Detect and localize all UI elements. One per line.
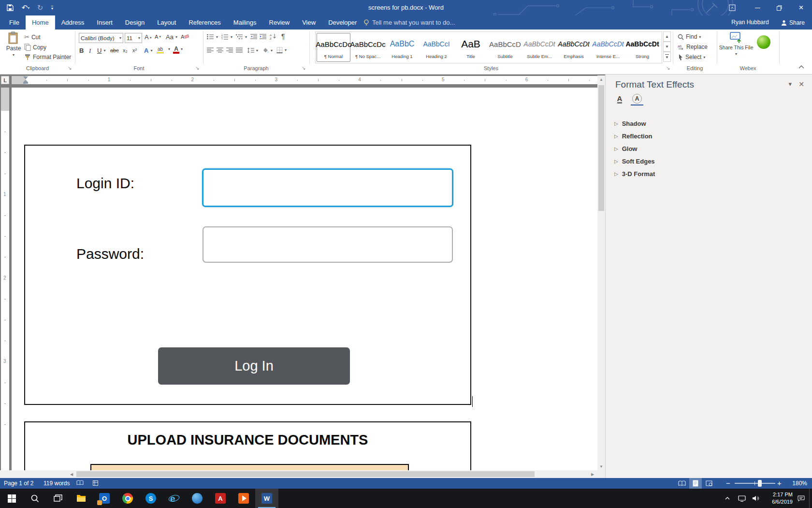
style-no-spac[interactable]: AaBbCcDc¶ No Spac... <box>351 33 385 62</box>
font-size-select[interactable]: 11▾ <box>125 33 142 43</box>
log-in-button[interactable]: Log In <box>158 347 350 385</box>
login-id-input[interactable] <box>202 168 453 207</box>
style-heading-2[interactable]: AaBbCcIHeading 2 <box>420 33 453 62</box>
tab-address[interactable]: Address <box>55 15 91 30</box>
clear-formatting-button[interactable]: A <box>181 33 189 40</box>
file-explorer-button[interactable] <box>70 489 93 508</box>
styles-dialog-launcher[interactable]: ↘ <box>666 65 670 71</box>
gallery-more-button[interactable]: ▼ <box>663 52 671 62</box>
upload-dropzone[interactable] <box>90 464 409 470</box>
tab-design[interactable]: Design <box>119 15 151 30</box>
align-left-button[interactable] <box>207 47 214 53</box>
vertical-scrollbar[interactable]: ▲ ▼ <box>597 75 605 470</box>
scroll-down-icon[interactable]: ▼ <box>597 463 605 470</box>
replace-button[interactable]: ab Replace <box>678 44 708 50</box>
font-color-button[interactable]: A <box>173 46 179 54</box>
taskbar-clock[interactable]: 2:17 PM 6/6/2019 <box>763 489 793 508</box>
tab-references[interactable]: References <box>182 15 227 30</box>
effect-section-glow[interactable]: ▷Glow <box>614 142 802 155</box>
webex-button[interactable] <box>757 35 770 49</box>
justify-button[interactable] <box>236 47 243 53</box>
format-painter-button[interactable]: Format Painter <box>24 54 71 60</box>
paste-button[interactable]: Paste ▾ <box>5 31 22 57</box>
share-button[interactable]: Share <box>776 15 810 30</box>
zoom-slider-track[interactable] <box>735 483 775 484</box>
text-effects-button[interactable]: A▾ <box>144 47 152 54</box>
horizontal-scrollbar[interactable]: ◀ ▶ <box>0 470 605 478</box>
proofing-status-button[interactable] <box>76 480 84 486</box>
font-dialog-launcher[interactable]: ↘ <box>195 65 199 71</box>
superscript-button[interactable]: x² <box>132 47 137 53</box>
page-count-status[interactable]: Page 1 of 2 <box>4 478 33 489</box>
action-center-button[interactable] <box>794 489 808 508</box>
acrobat-button[interactable]: A <box>209 489 232 508</box>
close-button[interactable]: × <box>790 0 812 15</box>
scroll-left-icon[interactable]: ◀ <box>68 470 75 478</box>
tell-me-box[interactable]: Tell me what you want to do... <box>363 15 455 30</box>
strikethrough-button[interactable]: abc <box>110 47 119 53</box>
increase-indent-button[interactable] <box>260 34 266 40</box>
font-family-select[interactable]: Calibri (Body)▾ <box>79 33 123 43</box>
ribbon-display-options-button[interactable] <box>721 0 743 15</box>
change-case-button[interactable]: Aa▾ <box>166 33 177 41</box>
collapse-ribbon-button[interactable] <box>798 65 804 69</box>
read-mode-button[interactable] <box>676 478 688 489</box>
left-indent-marker[interactable] <box>23 82 28 84</box>
shading-button[interactable]: ▾ <box>262 47 273 53</box>
tab-insert[interactable]: Insert <box>90 15 119 30</box>
style-subtle-em[interactable]: AaBbCcDtSubtle Em... <box>522 33 556 62</box>
taskbar-search-button[interactable] <box>23 489 46 508</box>
find-button[interactable]: Find▾ <box>678 33 701 40</box>
share-this-file-button[interactable]: Share This File ▾ <box>720 32 752 56</box>
tab-developer[interactable]: Developer <box>322 15 363 30</box>
shrink-font-button[interactable]: A▼ <box>155 34 161 40</box>
style-intense-e[interactable]: AaBbCcDtIntense E... <box>591 33 625 62</box>
macro-record-button[interactable] <box>93 480 98 486</box>
skype-button[interactable]: S <box>139 489 162 508</box>
show-desktop-button[interactable] <box>809 489 810 508</box>
text-effects-tab[interactable]: A <box>631 93 643 105</box>
effect-section-soft-edges[interactable]: ▷Soft Edges <box>614 155 802 167</box>
account-user-name[interactable]: Ryan Hubbard <box>724 15 776 30</box>
horizontal-scrollbar-thumb[interactable] <box>76 471 535 477</box>
tab-stop-selector[interactable]: L <box>1 76 9 84</box>
align-right-button[interactable] <box>226 47 233 53</box>
zoom-slider-thumb[interactable] <box>758 480 762 487</box>
tab-review[interactable]: Review <box>263 15 296 30</box>
style-heading-1[interactable]: AaBbCHeading 1 <box>385 33 419 62</box>
globe-app-button[interactable] <box>186 489 209 508</box>
web-layout-button[interactable] <box>703 478 715 489</box>
sort-button[interactable]: AZ <box>270 33 276 40</box>
effect-section-reflection[interactable]: ▷Reflection <box>614 130 802 142</box>
bullets-button[interactable]: ▾ <box>207 34 218 40</box>
style-emphasis[interactable]: AaBbCcDtEmphasis <box>557 33 591 62</box>
word-count-status[interactable]: 119 words <box>44 478 70 489</box>
first-line-indent-marker[interactable] <box>23 76 28 79</box>
highlight-button[interactable]: ab <box>157 47 164 54</box>
paragraph-dialog-launcher[interactable]: ↘ <box>302 65 305 71</box>
bold-button[interactable]: B <box>79 47 84 54</box>
style-title[interactable]: AaBTitle <box>454 33 488 62</box>
copy-button[interactable]: Copy <box>24 44 46 51</box>
zoom-out-button[interactable]: − <box>726 478 730 489</box>
outlook-button[interactable]: O <box>93 489 116 508</box>
decrease-indent-button[interactable] <box>250 34 257 40</box>
zoom-in-button[interactable]: + <box>777 478 782 489</box>
pane-close-button[interactable]: ✕ <box>798 80 804 88</box>
align-center-button[interactable] <box>217 47 223 53</box>
document-page[interactable]: Login ID: Password: Log In UPLOAD INSURA… <box>12 88 597 470</box>
network-tray-button[interactable] <box>736 489 748 508</box>
restore-button[interactable] <box>768 0 790 15</box>
italic-button[interactable]: I <box>89 47 91 55</box>
password-input[interactable] <box>203 226 453 263</box>
underline-button[interactable]: U▾ <box>97 47 105 54</box>
borders-button[interactable]: ▾ <box>276 47 287 53</box>
gallery-scroll-up-button[interactable]: ▲ <box>663 31 671 42</box>
tab-view[interactable]: View <box>296 15 322 30</box>
vertical-scrollbar-thumb[interactable] <box>598 85 604 211</box>
numbering-button[interactable]: 123▾ <box>221 34 232 40</box>
minimize-button[interactable] <box>747 0 768 15</box>
tab-mailings[interactable]: Mailings <box>227 15 263 30</box>
show-formatting-marks-button[interactable]: ¶ <box>281 32 285 40</box>
cut-button[interactable]: ✂ Cut <box>24 33 41 41</box>
